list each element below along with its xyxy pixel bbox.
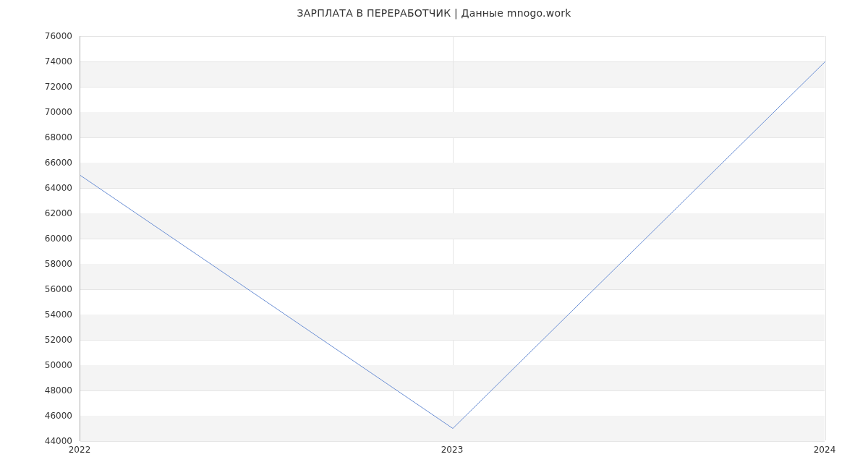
y-tick-label: 72000 [36, 82, 72, 92]
y-tick-label: 44000 [36, 436, 72, 446]
x-tick-label: 2022 [69, 445, 91, 455]
y-tick-label: 46000 [36, 411, 72, 421]
y-tick-label: 62000 [36, 208, 72, 218]
x-tick-label: 2024 [814, 445, 836, 455]
series-svg [80, 36, 825, 441]
y-gridline [80, 441, 825, 442]
y-tick-label: 76000 [36, 31, 72, 41]
line-chart: ЗАРПЛАТА В ПЕРЕРАБОТЧИК | Данные mnogo.w… [0, 0, 868, 470]
y-tick-label: 74000 [36, 56, 72, 67]
series-line [80, 61, 825, 429]
y-tick-label: 54000 [36, 309, 72, 320]
x-gridline [825, 36, 826, 440]
y-tick-label: 64000 [36, 183, 72, 193]
x-tick-label: 2023 [441, 445, 464, 455]
y-tick-label: 48000 [36, 385, 72, 396]
y-tick-label: 56000 [36, 284, 72, 294]
y-tick-label: 50000 [36, 360, 72, 370]
chart-title: ЗАРПЛАТА В ПЕРЕРАБОТЧИК | Данные mnogo.w… [0, 7, 868, 19]
y-tick-label: 60000 [36, 234, 72, 244]
y-tick-label: 58000 [36, 259, 72, 269]
y-tick-label: 68000 [36, 132, 72, 142]
y-tick-label: 70000 [36, 107, 72, 117]
y-tick-label: 66000 [36, 158, 72, 168]
plot-area [80, 36, 825, 441]
y-tick-label: 52000 [36, 335, 72, 345]
